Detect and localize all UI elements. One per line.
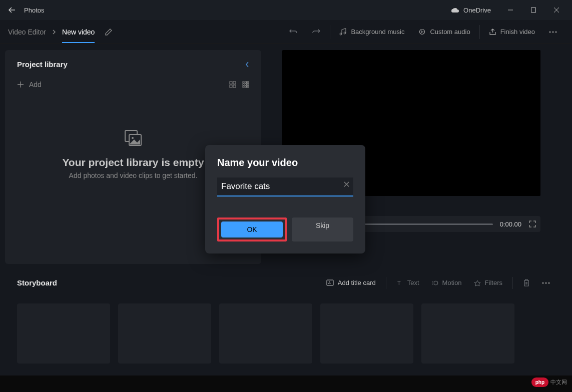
minimize-button[interactable] — [499, 2, 522, 18]
filters-button[interactable]: Filters — [469, 276, 507, 290]
delete-button[interactable] — [518, 276, 535, 290]
ok-button[interactable]: OK — [221, 222, 283, 238]
maximize-icon — [531, 8, 536, 12]
view-small-button[interactable] — [242, 81, 249, 88]
add-media-button[interactable]: Add — [17, 80, 42, 88]
watermark: php 中文网 — [531, 378, 567, 387]
plus-icon — [17, 81, 24, 88]
svg-point-2 — [420, 30, 425, 34]
svg-point-4 — [552, 31, 554, 32]
redo-icon — [312, 28, 321, 36]
more-icon — [542, 282, 550, 284]
minimize-icon — [508, 8, 513, 12]
svg-rect-11 — [245, 82, 247, 83]
divider — [479, 25, 480, 39]
storyboard-clips — [17, 304, 555, 364]
divider — [386, 277, 386, 289]
audio-icon — [418, 28, 426, 36]
add-title-card-button[interactable]: A Add title card — [321, 276, 381, 290]
back-button[interactable] — [4, 2, 20, 18]
svg-text:T: T — [397, 280, 401, 286]
chevron-right-icon — [52, 30, 56, 34]
view-large-button[interactable] — [229, 81, 236, 88]
bg-music-button[interactable]: Background music — [332, 24, 411, 40]
fullscreen-icon — [528, 220, 536, 228]
storyboard-title: Storyboard — [17, 278, 57, 287]
svg-point-27 — [545, 282, 547, 284]
motion-button[interactable]: Motion — [426, 276, 467, 290]
grid-small-icon — [242, 81, 249, 88]
highlight-annotation: OK — [217, 218, 287, 242]
svg-point-25 — [434, 281, 438, 285]
bg-music-label: Background music — [351, 28, 404, 36]
dialog-title: Name your video — [217, 157, 353, 168]
svg-rect-7 — [233, 82, 236, 84]
svg-point-5 — [555, 31, 557, 32]
svg-rect-18 — [247, 86, 249, 88]
finish-video-button[interactable]: Finish video — [482, 24, 542, 40]
rename-button[interactable] — [105, 28, 113, 36]
custom-audio-button[interactable]: Custom audio — [411, 24, 477, 40]
motion-icon — [431, 280, 438, 286]
redo-button[interactable] — [305, 24, 328, 40]
title-card-icon: A — [326, 280, 334, 286]
media-icon — [123, 128, 143, 148]
more-storyboard-button[interactable] — [537, 279, 555, 287]
clip-slot[interactable] — [421, 304, 514, 364]
svg-rect-16 — [243, 86, 244, 88]
grid-large-icon — [229, 81, 236, 88]
maximize-button[interactable] — [522, 2, 545, 18]
svg-rect-13 — [243, 84, 244, 86]
toolbar: Video Editor New video Background music … — [0, 20, 572, 44]
more-button[interactable] — [542, 27, 564, 37]
export-icon — [489, 28, 496, 36]
close-button[interactable] — [545, 2, 568, 18]
library-collapse-button[interactable] — [245, 61, 249, 68]
motion-label: Motion — [442, 279, 462, 286]
onedrive-status[interactable]: OneDrive — [450, 6, 491, 14]
svg-point-28 — [548, 282, 550, 284]
onedrive-label: OneDrive — [463, 6, 491, 14]
clip-slot[interactable] — [320, 304, 413, 364]
svg-point-26 — [542, 282, 544, 284]
svg-point-3 — [549, 31, 551, 32]
watermark-text: 中文网 — [550, 378, 567, 386]
undo-button[interactable] — [282, 24, 305, 40]
breadcrumb-root[interactable]: Video Editor — [8, 28, 46, 36]
divider — [512, 277, 513, 289]
svg-rect-9 — [233, 85, 236, 88]
svg-rect-8 — [230, 85, 232, 88]
svg-rect-12 — [247, 82, 249, 83]
filters-icon — [474, 280, 481, 286]
svg-rect-10 — [243, 82, 244, 83]
library-title: Project library — [17, 60, 68, 68]
clip-slot[interactable] — [17, 304, 110, 364]
clip-slot[interactable] — [219, 304, 312, 364]
add-label: Add — [29, 80, 42, 88]
storyboard-section: Storyboard A Add title card T Text Motio… — [0, 264, 572, 376]
cloud-icon — [450, 7, 459, 13]
total-time: 0:00.00 — [500, 220, 521, 228]
text-button[interactable]: T Text — [391, 276, 424, 290]
svg-point-21 — [132, 137, 134, 139]
svg-text:A: A — [328, 281, 331, 284]
more-icon — [549, 31, 557, 33]
filters-label: Filters — [485, 279, 502, 286]
text-label: Text — [407, 279, 419, 286]
pencil-icon — [105, 28, 113, 36]
svg-rect-14 — [245, 84, 247, 86]
trash-icon — [523, 279, 530, 286]
text-icon: T — [396, 280, 403, 286]
skip-button[interactable]: Skip — [292, 218, 353, 242]
chevron-left-icon — [245, 61, 249, 68]
clip-slot[interactable] — [118, 304, 211, 364]
divider — [330, 25, 330, 39]
undo-icon — [289, 28, 298, 36]
window-controls — [499, 2, 568, 18]
video-name-input[interactable] — [217, 178, 353, 196]
app-title: Photos — [24, 6, 450, 14]
svg-rect-1 — [531, 8, 536, 12]
fullscreen-button[interactable] — [528, 220, 536, 228]
breadcrumb-current[interactable]: New video — [62, 28, 95, 43]
clear-input-button[interactable] — [344, 182, 349, 187]
